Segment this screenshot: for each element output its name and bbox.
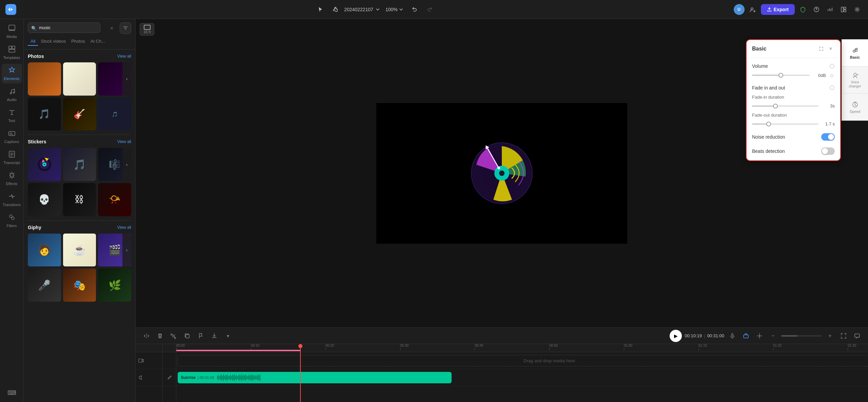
giphy-thumb-6[interactable]: 🌿	[98, 268, 131, 302]
sidebar-item-expand[interactable]: ⌨	[2, 386, 22, 399]
sticker-thumb-2[interactable]: 🎵	[63, 148, 96, 181]
sidebar-item-transitions[interactable]: Transitions	[2, 190, 22, 209]
layout-btn[interactable]	[838, 4, 849, 15]
fade-out-slider-thumb[interactable]	[766, 122, 771, 126]
chat-btn[interactable]	[852, 330, 863, 341]
zoom-control[interactable]: 100%	[383, 5, 406, 14]
volume-keyframe-btn[interactable]: ◇	[829, 72, 835, 78]
sticker-thumb-6[interactable]: 📯	[98, 183, 131, 216]
audio-clip[interactable]: Sunrise | 00:31:00	[178, 372, 452, 383]
split-tool2-btn[interactable]	[168, 330, 179, 341]
mic-btn[interactable]	[727, 330, 738, 341]
noise-reduction-toggle[interactable]	[821, 133, 835, 141]
undo-btn[interactable]	[409, 3, 421, 16]
giphy-thumb-2[interactable]: ☕	[63, 234, 96, 267]
export-btn[interactable]: Export	[761, 4, 795, 15]
sidebar-item-captions[interactable]: Captions	[2, 127, 22, 146]
delete-tool-btn[interactable]	[155, 330, 165, 341]
giphy-thumb-1[interactable]: 🧑	[28, 234, 61, 267]
redo-btn[interactable]	[423, 3, 436, 16]
svg-point-38	[830, 64, 834, 68]
flag-tool-btn[interactable]	[195, 330, 206, 341]
aspect-ratio-badge[interactable]: 16:9	[140, 23, 154, 36]
tab-photos[interactable]: Photos	[68, 37, 87, 46]
filter-btn[interactable]	[120, 22, 131, 34]
tab-stock-videos[interactable]: Stock videos	[38, 37, 68, 46]
stats-btn[interactable]	[825, 4, 835, 15]
fade-in-slider-thumb[interactable]	[773, 104, 778, 108]
panel-tab-basic[interactable]: Basic	[842, 39, 868, 66]
volume-circle-icon	[829, 63, 835, 69]
sidebar-item-filters[interactable]: Filters	[2, 211, 22, 230]
zoom-out-btn[interactable]: −	[768, 330, 778, 341]
fullscreen-btn[interactable]	[838, 330, 849, 341]
photo-thumb-5[interactable]: 🎸	[63, 98, 96, 131]
sidebar-item-elements[interactable]: Elements	[2, 64, 22, 83]
svg-rect-5	[844, 7, 846, 9]
search-bar-container: 🔍 music ✕	[24, 19, 135, 37]
photo-thumb-3[interactable]: ›	[98, 62, 131, 96]
fade-out-slider-track[interactable]	[752, 123, 818, 125]
sticker-thumb-3[interactable]: 🎼 ›	[98, 148, 131, 181]
elements-icon	[8, 66, 16, 76]
fade-in-slider-track[interactable]	[752, 105, 818, 107]
photo-thumb-1[interactable]	[28, 62, 61, 96]
sidebar-item-media[interactable]: Media	[2, 22, 22, 41]
sidebar-item-text[interactable]: Text	[2, 106, 22, 125]
panel-expand-btn[interactable]	[817, 45, 825, 53]
giphy-thumb-4[interactable]: 🎤	[28, 268, 61, 302]
sidebar-item-elements-label: Elements	[4, 77, 20, 81]
stickers-more-btn[interactable]: ›	[122, 148, 131, 181]
filename-display[interactable]: 20240222107	[344, 7, 380, 12]
panel-tab-speed[interactable]: Speed	[842, 94, 868, 121]
split-tool-btn[interactable]	[141, 330, 152, 341]
giphy-thumb-3[interactable]: 🎬 ›	[98, 234, 131, 267]
sticker-thumb-1[interactable]	[28, 148, 61, 181]
play-btn[interactable]: ▶	[670, 330, 682, 342]
photo-thumb-2[interactable]	[63, 62, 96, 96]
sidebar-item-audio[interactable]: Audio	[2, 85, 22, 104]
search-input[interactable]: music	[28, 22, 100, 33]
giphy-more-btn[interactable]: ›	[122, 234, 131, 267]
panel-tab-voice-changer[interactable]: Voicechanger	[842, 66, 868, 94]
user-plus-btn[interactable]	[747, 4, 758, 15]
zoom-slider[interactable]	[781, 335, 822, 337]
settings-btn[interactable]	[852, 4, 863, 15]
beats-detection-toggle[interactable]	[821, 147, 835, 155]
hand-tool-btn[interactable]	[329, 3, 341, 16]
pointer-tool-btn[interactable]	[314, 3, 327, 16]
sidebar-item-templates[interactable]: Templates	[2, 43, 22, 62]
help-btn[interactable]	[811, 4, 822, 15]
speed-tab-label: Speed	[850, 109, 861, 114]
volume-label-row: Volume	[752, 63, 835, 69]
volume-slider-thumb[interactable]	[778, 73, 783, 78]
photos-view-all-btn[interactable]: View all	[117, 54, 131, 59]
giphy-thumb-5[interactable]: 🎭	[63, 268, 96, 302]
zoom-in-btn[interactable]: +	[825, 330, 835, 341]
tab-all[interactable]: All	[28, 37, 38, 46]
svg-rect-9	[9, 46, 12, 49]
voice-record-btn[interactable]	[741, 330, 751, 341]
panel-close-btn[interactable]: ×	[827, 45, 835, 53]
split-clip-btn[interactable]	[754, 330, 765, 341]
photos-more-btn[interactable]: ›	[122, 62, 131, 96]
timeline-scroll[interactable]: 00:00 00:10 00:20	[176, 344, 868, 402]
download-tool-btn[interactable]	[209, 330, 220, 341]
stats-icon	[827, 6, 833, 13]
photo-thumb-4[interactable]: 🎵	[28, 98, 61, 131]
sticker-thumb-5[interactable]: ⛓	[63, 183, 96, 216]
duplicate-tool-btn[interactable]	[182, 330, 193, 341]
export-icon	[767, 7, 772, 12]
sidebar-item-effects[interactable]: Effects	[2, 169, 22, 188]
photo-thumb-6[interactable]: 🎵	[98, 98, 131, 131]
sidebar-item-transcript[interactable]: Transcript	[2, 148, 22, 167]
tab-ai-ch[interactable]: AI Ch...	[88, 37, 108, 46]
search-clear-btn[interactable]: ✕	[110, 26, 114, 31]
shield-btn[interactable]	[797, 4, 808, 15]
drop-zone[interactable]: Drag and drop media here	[178, 355, 868, 366]
volume-slider-track[interactable]	[752, 75, 810, 76]
sticker-thumb-4[interactable]: 💀	[28, 183, 61, 216]
stickers-view-all-btn[interactable]: View all	[117, 139, 131, 144]
giphy-view-all-btn[interactable]: View all	[117, 225, 131, 230]
more-tool-btn[interactable]: ▾	[222, 330, 233, 341]
